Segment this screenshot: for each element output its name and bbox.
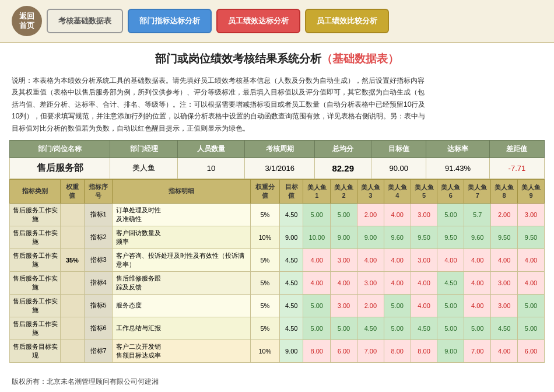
row-score: 5.00 bbox=[384, 317, 411, 340]
row-weight bbox=[61, 226, 85, 249]
row-score: 3.00 bbox=[331, 294, 357, 317]
footer: 版权所有：北京未名潮管理顾问有限公司何建湘 bbox=[0, 369, 554, 391]
row-detail: 客户二次开发销 售额目标达成率 bbox=[113, 340, 250, 362]
page-title: 部门或岗位绩效考核结果系统分析（基础数据表） bbox=[155, 52, 399, 65]
row-score: 6.00 bbox=[518, 340, 545, 362]
summary-manager: 美人鱼 bbox=[110, 158, 177, 178]
row-detail: 售后维修服务跟 踪及反馈 bbox=[113, 271, 250, 294]
row-score: 3.00 bbox=[411, 203, 437, 226]
row-score: 5.00 bbox=[464, 317, 491, 340]
dh-e6: 美人鱼6 bbox=[437, 179, 464, 203]
row-score: 5.00 bbox=[303, 317, 331, 340]
dh-e3: 美人鱼3 bbox=[357, 179, 384, 203]
row-score: 4.00 bbox=[331, 271, 357, 294]
row-score: 2.00 bbox=[357, 203, 384, 226]
row-weight-val: 10% bbox=[250, 226, 279, 249]
row-weight bbox=[61, 340, 85, 362]
dh-target: 目标值 bbox=[279, 179, 303, 203]
row-score: 4.50 bbox=[491, 317, 518, 340]
row-category: 售后服务目标实现 bbox=[10, 340, 61, 362]
row-target: 4.50 bbox=[279, 203, 303, 226]
dh-detail: 指标明细 bbox=[113, 179, 250, 203]
row-target: 4.50 bbox=[279, 249, 303, 271]
row-weight-val: 10% bbox=[250, 340, 279, 362]
row-index: 指标3 bbox=[84, 249, 113, 271]
row-score: 9.60 bbox=[384, 226, 411, 249]
col-gap: 差距值 bbox=[489, 140, 544, 158]
row-score: 9.50 bbox=[411, 226, 437, 249]
row-score: 4.00 bbox=[303, 271, 331, 294]
col-dept: 部门/岗位名称 bbox=[10, 140, 110, 158]
row-weight-val: 5% bbox=[250, 249, 279, 271]
row-score: 9.60 bbox=[464, 226, 491, 249]
row-index: 指标2 bbox=[84, 226, 113, 249]
row-score: 9.00 bbox=[437, 340, 464, 362]
col-count: 人员数量 bbox=[177, 140, 244, 158]
row-score: 4.00 bbox=[491, 249, 518, 271]
row-index: 指标6 bbox=[84, 317, 113, 340]
detail-table: 指标类别 权重值 指标序号 指标明细 权重分值 目标值 美人鱼1 美人鱼2 美人… bbox=[9, 179, 545, 363]
row-target: 4.50 bbox=[279, 271, 303, 294]
row-score: 4.00 bbox=[384, 203, 411, 226]
dh-weight: 权重值 bbox=[61, 179, 85, 203]
row-target: 4.50 bbox=[279, 317, 303, 340]
row-score: 4.50 bbox=[437, 271, 464, 294]
row-score: 5.00 bbox=[331, 317, 357, 340]
row-detail: 客户回访数量及 频率 bbox=[113, 226, 250, 249]
row-score: 5.00 bbox=[303, 294, 331, 317]
row-score: 9.00 bbox=[331, 226, 357, 249]
nav-btn-3[interactable]: 员工绩效达标分析 bbox=[216, 9, 300, 33]
row-score: 4.50 bbox=[357, 317, 384, 340]
table-row: 售后服务目标实现指标7客户二次开发销 售额目标达成率10%9.008.006.0… bbox=[10, 340, 545, 362]
row-score: 4.00 bbox=[411, 271, 437, 294]
summary-dept: 售后服务部 bbox=[10, 158, 110, 178]
row-target: 9.00 bbox=[279, 226, 303, 249]
row-category: 售后服务工作实施 bbox=[10, 271, 61, 294]
row-weight bbox=[61, 294, 85, 317]
dh-e4: 美人鱼4 bbox=[384, 179, 411, 203]
row-index: 指标4 bbox=[84, 271, 113, 294]
row-score: 5.00 bbox=[384, 294, 411, 317]
nav-btn-4[interactable]: 员工绩效比较分析 bbox=[305, 9, 389, 33]
table-area: 部门/岗位名称 部门经理 人员数量 考核周期 总均分 目标值 达标率 差距值 售… bbox=[0, 140, 554, 369]
page-title-area: 部门或岗位绩效考核结果系统分析（基础数据表） bbox=[0, 43, 554, 71]
row-score: 7.00 bbox=[464, 340, 491, 362]
row-score: 4.50 bbox=[411, 317, 437, 340]
summary-target: 90.00 bbox=[371, 158, 426, 178]
table-row: 售后服务工作实施指标5服务态度5%4.505.003.002.005.004.0… bbox=[10, 294, 545, 317]
home-button[interactable]: 返回 首页 bbox=[12, 6, 42, 36]
row-category: 售后服务工作实施 bbox=[10, 226, 61, 249]
col-period: 考核周期 bbox=[245, 140, 315, 158]
col-rate: 达标率 bbox=[426, 140, 490, 158]
nav-btn-1[interactable]: 考核基础数据表 bbox=[47, 9, 123, 33]
row-score: 7.00 bbox=[357, 340, 384, 362]
row-score: 8.00 bbox=[303, 340, 331, 362]
row-score: 9.50 bbox=[437, 226, 464, 249]
dh-category: 指标类别 bbox=[10, 179, 61, 203]
row-score: 5.7 bbox=[464, 203, 491, 226]
row-weight-val: 5% bbox=[250, 271, 279, 294]
description: 说明：本表格为本绩效分析系统工具的基础数据表。请先填好员工绩效考核基本信息（人数… bbox=[0, 71, 554, 140]
row-score: 6.00 bbox=[331, 340, 357, 362]
summary-avg: 82.29 bbox=[315, 158, 371, 178]
row-weight-val: 5% bbox=[250, 294, 279, 317]
dh-e2: 美人鱼2 bbox=[331, 179, 357, 203]
row-score: 4.00 bbox=[437, 249, 464, 271]
row-detail: 客户咨询、投诉处理及时性及有效性（投诉满意率） bbox=[113, 249, 250, 271]
row-score: 4.00 bbox=[384, 271, 411, 294]
col-avg: 总均分 bbox=[315, 140, 371, 158]
row-score: 9.50 bbox=[518, 226, 545, 249]
row-score: 5.00 bbox=[518, 294, 545, 317]
row-score: 4.00 bbox=[518, 271, 545, 294]
summary-count: 10 bbox=[177, 158, 244, 178]
row-score: 9.00 bbox=[357, 226, 384, 249]
row-score: 4.00 bbox=[411, 294, 437, 317]
col-target: 目标值 bbox=[371, 140, 426, 158]
table-row: 售后服务工作实施35%指标3客户咨询、投诉处理及时性及有效性（投诉满意率）5%4… bbox=[10, 249, 545, 271]
dh-e7: 美人鱼7 bbox=[464, 179, 491, 203]
nav-btn-2[interactable]: 部门指标达标分析 bbox=[128, 9, 212, 33]
row-weight-val: 5% bbox=[250, 317, 279, 340]
dh-e8: 美人鱼8 bbox=[491, 179, 518, 203]
summary-rate: 91.43% bbox=[426, 158, 490, 178]
row-weight bbox=[61, 203, 85, 226]
